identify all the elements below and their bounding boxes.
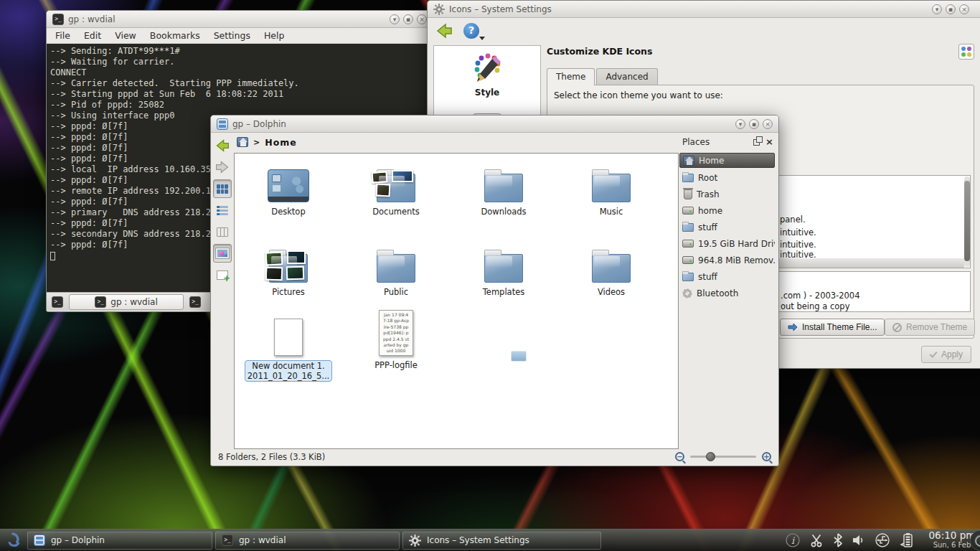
minimize-button[interactable]: ▾ <box>390 14 400 24</box>
folder-item-music[interactable]: Music <box>561 161 661 217</box>
terminal-line: --> Carrier detected. Starting PPP immed… <box>50 78 426 89</box>
menu-view[interactable]: View <box>115 30 136 41</box>
split-view-button[interactable] <box>213 265 232 284</box>
settings-tabs: Theme Advanced <box>547 68 659 85</box>
removable-drive-icon <box>682 256 694 264</box>
tab-theme[interactable]: Theme <box>547 68 595 85</box>
home-icon[interactable] <box>237 137 248 147</box>
place-item-home-partition[interactable]: home <box>679 203 775 218</box>
dolphin-titlebar[interactable]: gp – Dolphin ▾ ▪ × <box>211 116 778 133</box>
chevron-down-icon <box>479 37 485 40</box>
minimize-button[interactable]: ▾ <box>932 4 942 14</box>
info-icon[interactable]: i <box>786 533 800 547</box>
tab-advanced[interactable]: Advanced <box>596 68 657 85</box>
maximize-button[interactable]: ▪ <box>403 14 413 24</box>
sidebar-item-style[interactable]: Style <box>434 46 540 98</box>
theme-list-text: panel. <box>780 215 806 225</box>
icons-module-icon <box>958 44 974 60</box>
tab-list-button[interactable]: >_ <box>187 295 204 309</box>
document-icon <box>274 319 303 356</box>
settings-heading: Customize KDE Icons <box>547 46 652 57</box>
terminal-tab-active[interactable]: >_ gp : wvdial <box>69 294 184 310</box>
folder-icon <box>682 273 694 281</box>
back-button[interactable] <box>213 136 232 155</box>
apply-button[interactable]: Apply <box>921 346 971 363</box>
settings-titlebar[interactable]: Icons – System Settings ▾ ▪ × <box>428 1 980 18</box>
menu-file[interactable]: File <box>55 30 70 41</box>
float-panel-icon[interactable] <box>753 139 760 146</box>
terminal-titlebar[interactable]: >_ gp : wvdial ▾ ▪ × <box>47 11 430 28</box>
app-launcher-button[interactable] <box>0 530 26 550</box>
close-button[interactable]: × <box>417 14 427 24</box>
remove-theme-button[interactable]: Remove Theme <box>885 319 975 336</box>
back-button[interactable] <box>435 22 453 39</box>
place-item-bluetooth[interactable]: Bluetooth <box>679 286 775 301</box>
taskbar: gp – Dolphin >_ gp : wvdial Icons – Syst… <box>0 529 980 551</box>
menu-edit[interactable]: Edit <box>84 30 101 41</box>
bluetooth-icon[interactable] <box>833 533 843 547</box>
menu-settings[interactable]: Settings <box>214 30 250 41</box>
task-dolphin[interactable]: gp – Dolphin <box>27 532 212 550</box>
close-panel-icon[interactable]: × <box>765 138 773 146</box>
volume-icon[interactable] <box>852 534 865 547</box>
terminal-menubar: File Edit View Bookmarks Settings Help <box>47 28 430 44</box>
terminal-line: --> Starting pppd at Sun Feb 6 18:08:22 … <box>50 89 426 100</box>
columns-view-button[interactable] <box>213 222 232 241</box>
places-panel: Places × Home Root Trash home stuff 19.5… <box>679 136 775 448</box>
help-button[interactable]: ? <box>463 23 479 39</box>
folder-icon <box>592 254 631 283</box>
place-item-removable[interactable]: 964.8 MiB Remov... <box>679 253 775 268</box>
places-panel-title: Places <box>682 137 710 147</box>
place-item-stuff[interactable]: stuff <box>679 220 775 235</box>
folder-item-public[interactable]: Public <box>346 241 446 297</box>
details-view-button[interactable] <box>213 201 232 220</box>
close-button[interactable]: × <box>763 119 773 129</box>
forward-button[interactable] <box>213 158 232 176</box>
settings-toolbar: ? <box>428 18 980 44</box>
place-item-trash[interactable]: Trash <box>679 187 775 202</box>
zoom-slider-knob[interactable] <box>706 452 715 461</box>
theme-list-text: intuitive. <box>780 240 816 250</box>
menu-help[interactable]: Help <box>264 30 285 41</box>
file-item-new-document[interactable]: New document 1. 2011_01_20_16_5... <box>238 310 339 382</box>
new-tab-button[interactable]: >_ <box>49 295 66 309</box>
zoom-slider[interactable] <box>690 456 756 458</box>
place-item-stuff-2[interactable]: stuff <box>679 269 775 284</box>
folder-item-templates[interactable]: Templates <box>453 241 554 297</box>
remove-icon <box>892 323 902 332</box>
documents-folder-icon <box>377 174 415 202</box>
folder-item-desktop[interactable]: Desktop <box>238 161 339 217</box>
breadcrumb-location[interactable]: Home <box>265 137 297 148</box>
hard-drive-icon <box>682 207 694 215</box>
file-item-ppp-logfile[interactable]: Jan 17 09:4 7:18 gp-Asp ire-5738 pp pd[1… <box>346 310 446 370</box>
terminal-cursor <box>50 252 55 260</box>
minimize-button[interactable]: ▾ <box>735 119 745 129</box>
place-item-root[interactable]: Root <box>679 170 775 185</box>
task-wvdial[interactable]: >_ gp : wvdial <box>215 532 400 550</box>
folder-item-documents[interactable]: Documents <box>346 161 446 217</box>
maximize-button[interactable]: ▪ <box>946 4 956 14</box>
folder-item-downloads[interactable]: Downloads <box>453 161 554 217</box>
zoom-in-icon[interactable]: + <box>762 452 771 461</box>
folder-item-pictures[interactable]: Pictures <box>238 241 339 297</box>
task-system-settings[interactable]: Icons – System Settings <box>402 532 601 550</box>
icons-view-button[interactable] <box>213 179 232 198</box>
terminal-tab-label: gp : wvdial <box>110 297 157 307</box>
battery-icon[interactable] <box>900 532 914 548</box>
usb-device-notifier-icon[interactable] <box>875 533 890 547</box>
place-item-hard-drive[interactable]: 19.5 GiB Hard Drive <box>679 236 775 251</box>
place-item-home[interactable]: Home <box>679 153 775 168</box>
menu-bookmarks[interactable]: Bookmarks <box>150 30 200 41</box>
zoom-out-icon[interactable]: − <box>675 452 684 461</box>
style-pencil-icon <box>471 53 504 85</box>
folder-item-videos[interactable]: Videos <box>561 241 661 297</box>
maximize-button[interactable]: ▪ <box>749 119 759 129</box>
close-button[interactable]: × <box>959 4 969 14</box>
dolphin-file-view[interactable]: Desktop Documents Downloads Music <box>234 153 679 449</box>
folder-icon <box>592 174 631 202</box>
status-summary: 8 Folders, 2 Files (3.3 KiB) <box>218 452 325 462</box>
theme-list-scrollbar[interactable] <box>964 176 970 267</box>
klipper-scissors-icon[interactable] <box>809 533 824 547</box>
preview-button[interactable] <box>213 244 232 263</box>
install-theme-button[interactable]: Install Theme File... <box>780 319 885 336</box>
